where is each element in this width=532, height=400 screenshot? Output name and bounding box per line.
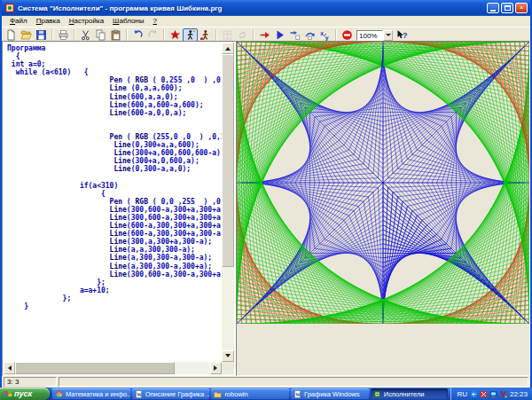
code-editor-panel: Программа { int a=0; while (a<610) { Pen… xyxy=(2,41,236,376)
stop-button[interactable] xyxy=(340,28,355,42)
svg-text:y: y xyxy=(325,35,330,42)
taskbar-buttons: Математика и инфо...WОписание Графика ..… xyxy=(50,388,450,400)
cut-button[interactable] xyxy=(78,28,93,42)
display-icon xyxy=(489,390,497,398)
menu-settings[interactable]: Настройка xyxy=(65,17,108,27)
red-arrow-icon xyxy=(259,29,270,41)
field-window-button[interactable] xyxy=(220,28,235,42)
step-into-icon xyxy=(289,29,301,41)
horizontal-scroll-track[interactable] xyxy=(15,362,210,374)
svg-text:W: W xyxy=(295,391,301,396)
copy-button[interactable] xyxy=(93,28,108,42)
paste-button[interactable] xyxy=(108,28,123,42)
step-over-button[interactable] xyxy=(302,28,317,42)
app-window: Система "Исполнители" - программа кривая… xyxy=(0,0,532,388)
chrome-icon xyxy=(55,390,63,398)
menu-file[interactable]: Файл xyxy=(5,17,32,27)
zoom-select[interactable]: 100% xyxy=(356,30,393,41)
alert-icon xyxy=(499,390,507,398)
draftsman-executor-button[interactable] xyxy=(183,28,198,42)
toolbar-separator xyxy=(215,29,217,41)
vertical-scroll-track[interactable] xyxy=(222,54,234,350)
save-button[interactable] xyxy=(34,28,49,42)
open-button[interactable] xyxy=(19,28,34,42)
svg-text:?: ? xyxy=(403,31,408,40)
scroll-down-button[interactable] xyxy=(222,350,234,362)
title-bar: Система "Исполнители" - программа кривая… xyxy=(2,0,530,16)
help-cursor-icon: ? xyxy=(396,29,408,41)
step-into-button[interactable] xyxy=(287,28,302,42)
start-button[interactable]: пуск xyxy=(0,388,50,400)
clock[interactable]: 22:23 xyxy=(510,390,528,398)
play-icon xyxy=(274,29,286,41)
zoom-dropdown-button[interactable] xyxy=(383,30,393,41)
antivirus-icon[interactable] xyxy=(480,390,488,398)
taskbar-item-app[interactable]: Исполнители xyxy=(371,388,449,399)
zoom-value[interactable]: 100% xyxy=(356,30,383,41)
window-title: Система "Исполнители" - программа кривая… xyxy=(18,4,484,12)
connection-icon[interactable] xyxy=(470,390,478,398)
copy-icon xyxy=(95,29,106,41)
print-button[interactable] xyxy=(56,28,71,42)
menu-edit[interactable]: Правка xyxy=(32,17,65,27)
taskbar: пуск Математика и инфо...WОписание Графи… xyxy=(0,388,532,400)
scroll-right-button[interactable] xyxy=(210,362,222,374)
chevron-down-icon xyxy=(386,34,391,39)
refresh-icon xyxy=(237,29,248,41)
alert-icon[interactable] xyxy=(499,390,507,398)
code-editor[interactable]: Программа { int a=0; while (a<610) { Pen… xyxy=(4,43,222,362)
arrow-left-icon xyxy=(5,365,12,371)
taskbar-item-folder[interactable]: robowin xyxy=(211,388,289,399)
undo-icon xyxy=(132,29,144,41)
runner-red-icon xyxy=(200,29,211,41)
turtle-executor-button[interactable] xyxy=(198,28,213,42)
antivirus-icon xyxy=(480,390,488,398)
scroll-left-button[interactable] xyxy=(4,362,15,374)
redo-button[interactable] xyxy=(145,28,160,42)
menu-templates[interactable]: Шаблоны xyxy=(108,17,148,27)
fast-run-button[interactable] xyxy=(257,28,272,42)
menu-help[interactable]: ? xyxy=(149,17,161,27)
cursor-position: 3: 3 xyxy=(4,377,57,387)
taskbar-item-browser[interactable]: Математика и инфо... xyxy=(52,388,130,399)
vertical-scroll-thumb[interactable] xyxy=(222,54,234,267)
main-area: Программа { int a=0; while (a<610) { Pen… xyxy=(2,41,530,376)
horizontal-scroll-thumb[interactable] xyxy=(15,362,175,374)
arrow-right-icon xyxy=(214,365,220,371)
app-icon xyxy=(373,390,381,398)
taskbar-item-doc2[interactable]: WГрафика Windows xyxy=(291,388,369,399)
toolbar-separator xyxy=(163,29,165,41)
red-star-icon xyxy=(169,29,181,41)
robot-executor-button[interactable] xyxy=(168,28,183,42)
scroll-up-button[interactable] xyxy=(222,43,234,54)
open-folder-icon xyxy=(20,29,32,41)
taskbar-item-label: robowin xyxy=(224,390,247,398)
graphics-canvas[interactable] xyxy=(237,42,529,324)
close-button[interactable]: × xyxy=(515,3,528,13)
new-button[interactable] xyxy=(4,28,19,42)
app-icon xyxy=(4,3,15,13)
system-tray: RU 22:23 xyxy=(450,388,532,400)
runner-icon xyxy=(184,29,196,41)
refresh-button[interactable] xyxy=(235,28,250,42)
toolbar-separator xyxy=(126,29,128,41)
toolbar-separator xyxy=(253,29,254,41)
language-indicator[interactable]: RU xyxy=(457,390,467,398)
window-controls: × xyxy=(487,3,528,13)
editor-horizontal-scrollbar[interactable] xyxy=(4,362,222,374)
toolbar-separator xyxy=(51,29,53,41)
run-button[interactable] xyxy=(272,28,287,42)
taskbar-item-doc1[interactable]: WОписание Графика ... xyxy=(132,388,210,399)
display-icon[interactable] xyxy=(489,390,497,398)
grid-icon xyxy=(222,29,233,41)
redo-icon xyxy=(147,29,159,41)
undo-button[interactable] xyxy=(130,28,145,42)
context-help-button[interactable]: ? xyxy=(395,28,410,42)
minimize-button[interactable] xyxy=(487,3,499,13)
connection-icon xyxy=(470,390,478,398)
maximize-button[interactable] xyxy=(501,3,513,13)
taskbar-item-label: Исполнители xyxy=(384,390,425,398)
screen: { "window": { "title": "Система \"Исполн… xyxy=(0,0,532,400)
editor-vertical-scrollbar[interactable] xyxy=(222,43,234,362)
variables-button[interactable]: xy xyxy=(317,28,332,42)
